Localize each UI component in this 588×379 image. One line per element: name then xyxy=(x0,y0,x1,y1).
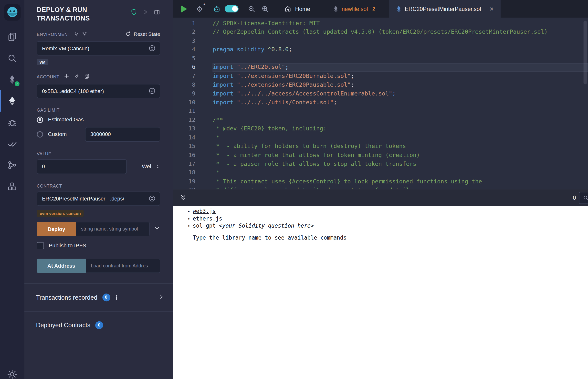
code-line[interactable]: import "../../../access/AccessControlEnu… xyxy=(213,89,588,98)
close-tab-icon[interactable]: × xyxy=(490,5,494,12)
code-line[interactable]: import "../ERC20.sol"; xyxy=(213,63,588,72)
solidity-compiler-icon[interactable] xyxy=(0,69,24,90)
value-unit-select[interactable]: Wei xyxy=(142,163,160,170)
transactions-recorded-row[interactable]: Transactions recorded 0 i xyxy=(24,284,173,311)
line-number: 6 xyxy=(173,63,195,72)
search-icon[interactable] xyxy=(0,47,24,69)
code-line[interactable] xyxy=(213,54,588,63)
pin-panel-icon[interactable] xyxy=(143,9,148,16)
code-line[interactable]: // SPDX-License-Identifier: MIT xyxy=(213,19,588,28)
account-label: ACCOUNT xyxy=(37,75,59,79)
contract-label: CONTRACT xyxy=(24,183,173,188)
tab-home[interactable]: Home xyxy=(280,0,314,17)
code-line[interactable]: /** xyxy=(213,116,588,125)
line-number: 14 xyxy=(173,133,195,142)
copy-account-icon[interactable] xyxy=(84,73,90,80)
zoom-out-icon[interactable] xyxy=(247,5,256,13)
expand-deploy-icon[interactable] xyxy=(154,225,160,233)
bullet-icon: • xyxy=(187,223,193,230)
remix-ide: DEPLOY & RUN TRANSACTIONS ENVIRONMENT xyxy=(0,0,588,379)
deployed-contracts-label: Deployed Contracts xyxy=(36,321,90,329)
plug-icon[interactable] xyxy=(74,31,79,38)
at-address-button[interactable]: At Address xyxy=(37,259,86,273)
tab-erc20presetminterpauser[interactable]: ERC20PresetMinterPauser.sol × xyxy=(389,0,501,17)
custom-gas-input[interactable] xyxy=(85,127,160,142)
add-account-icon[interactable] xyxy=(64,73,69,80)
line-number: 8 xyxy=(173,80,195,89)
edit-account-icon[interactable] xyxy=(74,73,80,80)
settings-icon[interactable] xyxy=(0,363,24,379)
custom-gas-radio[interactable] xyxy=(37,131,43,138)
editor-scrollbar[interactable] xyxy=(584,20,587,84)
code-line[interactable] xyxy=(213,107,588,116)
code-line[interactable]: pragma solidity ^0.8.0; xyxy=(213,46,588,54)
code-lines[interactable]: // SPDX-License-Identifier: MIT// OpenZe… xyxy=(201,17,588,189)
line-number: 1 xyxy=(173,19,195,28)
debugger-icon[interactable] xyxy=(0,111,24,133)
publish-ipfs-checkbox[interactable] xyxy=(37,242,44,249)
terminal-link[interactable]: ethers.js xyxy=(193,215,222,221)
code-line[interactable]: * different roles - head to its document… xyxy=(213,186,588,189)
split-view-icon[interactable] xyxy=(154,9,160,16)
transactions-recorded-label: Transactions recorded xyxy=(36,294,97,301)
line-number: 11 xyxy=(173,107,195,116)
line-number: 3 xyxy=(173,37,195,46)
deployed-count-badge: 0 xyxy=(95,321,103,329)
code-line[interactable]: * This contract uses {AccessControl} to … xyxy=(213,177,588,186)
line-number: 4 xyxy=(173,46,195,54)
line-number: 10 xyxy=(173,98,195,107)
unit-testing-icon[interactable] xyxy=(0,133,24,155)
at-address-input[interactable] xyxy=(86,259,160,273)
code-line[interactable]: import "../../../utils/Context.sol"; xyxy=(213,98,588,107)
plugin-manager-icon[interactable] xyxy=(0,176,24,197)
value-input[interactable] xyxy=(37,159,127,174)
deployed-contracts-row[interactable]: Deployed Contracts 0 xyxy=(24,311,173,339)
script-config-icon[interactable]: ⚙✦ xyxy=(196,5,203,13)
reset-state-button[interactable]: Reset State xyxy=(125,31,160,38)
deploy-run-icon[interactable] xyxy=(0,90,24,112)
environment-select[interactable]: Remix VM (Cancun) xyxy=(37,41,160,55)
remix-ai-icon[interactable] xyxy=(213,5,221,13)
code-editor[interactable]: 1234567891011121314151617181920212223242… xyxy=(173,17,588,189)
fork-icon[interactable] xyxy=(82,31,87,38)
vm-badge: VM xyxy=(37,59,48,65)
git-icon[interactable] xyxy=(0,154,24,176)
terminal-link[interactable]: web3.js xyxy=(193,208,216,214)
contract-select[interactable]: ERC20PresetMinterPauser - .deps/ xyxy=(37,191,160,205)
account-select[interactable]: 0x5B3...eddC4 (100 ether) xyxy=(37,84,160,98)
file-explorer-icon[interactable] xyxy=(0,26,24,47)
info-icon[interactable]: i xyxy=(116,294,117,300)
collapse-terminal-icon[interactable] xyxy=(180,194,187,201)
code-line[interactable] xyxy=(213,37,588,46)
run-script-icon[interactable] xyxy=(181,5,187,13)
terminal-output[interactable]: •web3.js•ethers.js•sol-gpt <your Solidit… xyxy=(173,206,588,379)
line-number: 13 xyxy=(173,125,195,133)
gas-limit-label: GAS LIMIT xyxy=(24,108,173,112)
constructor-args-input[interactable] xyxy=(76,222,150,236)
code-line[interactable]: * xyxy=(213,169,588,177)
select-arrows-icon xyxy=(148,195,155,202)
tab-newfile[interactable]: newfile.sol 2 xyxy=(327,0,382,17)
code-line[interactable]: // OpenZeppelin Contracts (last updated … xyxy=(213,28,588,37)
zoom-in-icon[interactable] xyxy=(261,5,269,13)
home-icon xyxy=(284,5,291,12)
terminal-search-icon[interactable] xyxy=(579,192,588,204)
terminal-line: Type the library name to see available c… xyxy=(187,234,588,241)
estimated-gas-radio[interactable] xyxy=(37,116,43,123)
bullet-icon: • xyxy=(187,215,193,222)
code-line[interactable]: * - a minter role that allows for token … xyxy=(213,151,588,160)
editor-gutter: 1234567891011121314151617181920212223242… xyxy=(173,17,201,189)
remix-logo-icon[interactable] xyxy=(4,4,21,21)
expand-transactions-icon[interactable] xyxy=(158,294,164,301)
activity-bar xyxy=(0,0,24,379)
select-arrows-icon xyxy=(148,45,155,52)
ai-copilot-toggle[interactable] xyxy=(225,5,239,12)
custom-gas-label: Custom xyxy=(48,131,67,137)
code-line[interactable]: * @dev {ERC20} token, including: xyxy=(213,125,588,133)
code-line[interactable]: * xyxy=(213,133,588,142)
code-line[interactable]: * - a pauser role that allows to stop al… xyxy=(213,160,588,169)
code-line[interactable]: * - ability for holders to burn (destroy… xyxy=(213,142,588,151)
code-line[interactable]: import "../extensions/ERC20Pausable.sol"… xyxy=(213,80,588,89)
deploy-button[interactable]: Deploy xyxy=(37,222,76,236)
code-line[interactable]: import "../extensions/ERC20Burnable.sol"… xyxy=(213,72,588,80)
